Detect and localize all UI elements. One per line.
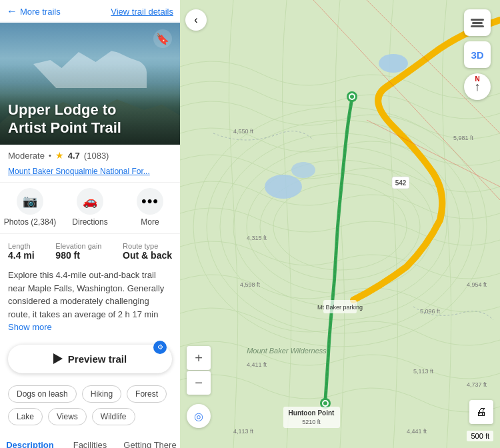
stat-length: Length 4.4 mi [8, 242, 35, 261]
zoom-out-button[interactable]: − [187, 371, 211, 395]
svg-point-7 [379, 54, 408, 73]
svg-text:4,598 ft: 4,598 ft [240, 281, 261, 288]
scale-bar: 500 ft [467, 431, 493, 441]
tag-lake[interactable]: Lake [8, 408, 43, 425]
more-icon: ••• [137, 188, 163, 215]
bookmark-icon-symbol: 🔖 [156, 33, 169, 45]
star-icon: ★ [55, 150, 64, 161]
back-label: More trails [20, 7, 61, 17]
svg-text:5,113 ft: 5,113 ft [413, 368, 434, 375]
zoom-in-button[interactable]: + [187, 346, 211, 370]
more-label: More [141, 217, 159, 227]
svg-point-20 [323, 401, 327, 405]
svg-point-9 [291, 162, 315, 178]
length-value: 4.4 mi [8, 250, 35, 261]
provider-link[interactable]: Mount Baker Snoqualmie National For... [8, 167, 150, 176]
svg-text:4,737 ft: 4,737 ft [467, 381, 487, 388]
provider-row: Mount Baker Snoqualmie National For... [0, 163, 180, 182]
preview-trail-label: Preview trail [68, 353, 127, 365]
show-more-inline-link[interactable]: Show more [8, 322, 52, 332]
svg-text:Mt Baker parking: Mt Baker parking [317, 304, 363, 311]
elevation-label: Elevation gain [55, 242, 101, 250]
svg-text:4,441 ft: 4,441 ft [407, 428, 427, 435]
svg-text:5210 ft: 5210 ft [302, 419, 321, 425]
3d-button[interactable]: 3D [464, 41, 491, 68]
view-trail-details-link[interactable]: View trail details [111, 7, 173, 17]
preview-badge-icon: ⚙ [157, 343, 163, 351]
preview-badge: ⚙ [153, 341, 167, 354]
tag-forest[interactable]: Forest [127, 385, 167, 403]
trail-description: Explore this 4.4-mile out-and-back trail… [0, 263, 180, 338]
map-zoom-controls: + − [187, 346, 211, 395]
tabs-row: Description Facilities Getting There [0, 433, 180, 449]
back-button[interactable]: ← More trails [7, 5, 61, 17]
svg-text:4,411 ft: 4,411 ft [247, 361, 267, 368]
svg-text:Mount Baker Wilderness: Mount Baker Wilderness [247, 347, 327, 355]
directions-label: Directions [72, 217, 107, 227]
compass-north-label: N [475, 75, 479, 83]
action-bar: 📷 Photos (2,384) 🚗 Directions ••• More [0, 182, 180, 234]
preview-trail-container: Preview trail ⚙ [8, 345, 172, 373]
layers-icon [471, 19, 484, 27]
difficulty-badge: Moderate [8, 151, 45, 161]
tag-hiking[interactable]: Hiking [82, 385, 121, 403]
svg-text:4,550 ft: 4,550 ft [233, 128, 254, 135]
print-icon: 🖨 [476, 406, 487, 418]
top-bar: ← More trails View trail details [0, 0, 180, 23]
tag-dogs-on-leash[interactable]: Dogs on leash [8, 385, 77, 403]
trail-map-svg: 542 Mt Baker parking Huntoon Point 5210 … [180, 0, 500, 448]
trail-title: Upper Lodge to Artist Point Trail [8, 101, 172, 137]
camera-icon: 📷 [17, 188, 43, 215]
scale-label: 500 ft [471, 432, 489, 440]
hero-overlay: Upper Lodge to Artist Point Trail [0, 93, 180, 145]
photos-button[interactable]: 📷 Photos (2,384) [0, 188, 60, 227]
tag-views[interactable]: Views [48, 408, 87, 425]
location-icon: ◎ [194, 410, 203, 423]
map-right-controls: 3D N ↑ [464, 9, 491, 100]
map-panel: 542 Mt Baker parking Huntoon Point 5210 … [180, 0, 500, 448]
stats-row: Length 4.4 mi Elevation gain 980 ft Rout… [0, 234, 180, 263]
play-icon [53, 353, 63, 364]
map-back-arrow-icon: ‹ [194, 14, 197, 26]
elevation-value: 980 ft [55, 250, 101, 261]
preview-trail-button[interactable]: Preview trail [8, 345, 172, 373]
layers-button[interactable] [464, 9, 491, 36]
back-arrow-icon: ← [7, 5, 17, 17]
tab-description[interactable]: Description [0, 433, 60, 449]
bookmark-button[interactable]: 🔖 [153, 29, 172, 48]
hero-image: Upper Lodge to Artist Point Trail 🔖 [0, 21, 180, 145]
directions-button[interactable]: 🚗 Directions [60, 188, 120, 227]
svg-point-8 [265, 175, 302, 199]
svg-point-17 [350, 95, 354, 99]
route-value: Out & back [123, 250, 172, 261]
svg-text:4,954 ft: 4,954 ft [467, 281, 487, 288]
route-label: Route type [123, 242, 172, 250]
svg-text:5,096 ft: 5,096 ft [420, 308, 441, 315]
compass-button[interactable]: N ↑ [464, 73, 491, 100]
more-button[interactable]: ••• More [120, 188, 180, 227]
rating-count: (1083) [84, 151, 109, 161]
separator: • [49, 151, 51, 159]
svg-text:5,981 ft: 5,981 ft [453, 135, 474, 141]
tag-wildlife[interactable]: Wildlife [92, 408, 135, 425]
stat-elevation: Elevation gain 980 ft [55, 242, 101, 261]
length-label: Length [8, 242, 35, 250]
trail-detail-panel: ← More trails View trail details Upper L… [0, 0, 180, 448]
directions-icon: 🚗 [77, 188, 103, 215]
photos-label: Photos (2,384) [4, 217, 57, 227]
tags-container: Dogs on leash Hiking Forest Lake Views W… [0, 380, 180, 431]
svg-text:Huntoon Point: Huntoon Point [289, 409, 335, 417]
tab-getting-there[interactable]: Getting There [120, 433, 180, 449]
rating-value: 4.7 [68, 151, 80, 161]
svg-text:542: 542 [395, 179, 407, 187]
hero-snow [33, 48, 147, 88]
map-back-button[interactable]: ‹ [185, 9, 207, 31]
print-button[interactable]: 🖨 [469, 400, 493, 424]
tab-facilities[interactable]: Facilities [60, 433, 120, 449]
stat-route: Route type Out & back [123, 242, 172, 261]
rating-row: Moderate • ★ 4.7 (1083) [0, 145, 180, 163]
svg-text:4,113 ft: 4,113 ft [233, 428, 254, 435]
my-location-button[interactable]: ◎ [187, 404, 211, 428]
svg-text:4,315 ft: 4,315 ft [247, 235, 267, 241]
